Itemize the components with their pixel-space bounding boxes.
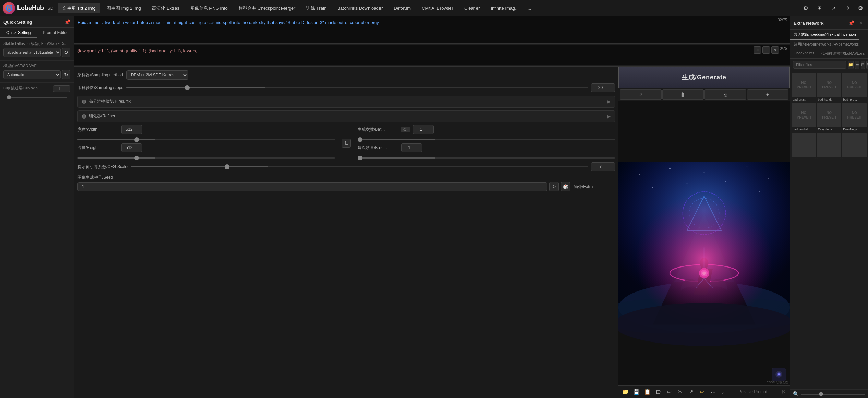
cfg-scale-slider[interactable] <box>131 166 588 167</box>
img-button[interactable]: 🖼 <box>653 387 663 397</box>
nav-tab-extras[interactable]: 高清化 Extras <box>147 3 184 13</box>
nav-tab-merger[interactable]: 模型合并 Checkpoint Merger <box>234 3 300 13</box>
vae-select[interactable]: Automatic <box>3 70 61 79</box>
copy-button[interactable]: ⎘ <box>704 89 746 100</box>
copy-prompt-button[interactable]: ⎘ <box>780 388 788 396</box>
filter-refresh-icon[interactable]: ↻ <box>866 61 868 69</box>
positive-prompt-textarea[interactable] <box>74 16 790 44</box>
tab-prompt-editor[interactable]: Prompt Editor <box>37 28 74 38</box>
nav-tab-cleaner[interactable]: Cleaner <box>459 3 485 13</box>
thumb-empty3[interactable] <box>842 133 867 159</box>
sampling-steps-label: 采样步数/Sampling steps <box>77 85 123 91</box>
clipboard-button[interactable]: 📋 <box>642 387 652 397</box>
model-refresh-button[interactable]: ↻ <box>62 48 70 57</box>
watermark: CSDN @改女医 <box>767 380 788 385</box>
right-pin-icon[interactable]: 📌 <box>847 19 855 27</box>
folder-button[interactable]: 📁 <box>620 387 630 397</box>
filter-input[interactable] <box>793 61 846 69</box>
thumb-bad-artist-preview: NOPREVEH <box>792 73 816 97</box>
gear-icon[interactable]: ⚙ <box>801 3 810 13</box>
pin-icon[interactable]: 📌 <box>64 19 70 25</box>
right-header: Extra Network 📌 ✕ <box>790 16 868 30</box>
seed-input[interactable] <box>77 182 547 191</box>
nav-tab-deforum[interactable]: Deforum <box>389 3 415 13</box>
cfg-scale-input[interactable] <box>591 162 615 171</box>
vae-section: 模型的VAE/SD VAE Automatic ↻ <box>0 60 74 82</box>
zoom-minus-icon[interactable]: 🔍 <box>793 391 799 397</box>
negative-prompt-counter: 0/75 <box>780 46 787 50</box>
share-icon[interactable]: ↗ <box>828 3 838 13</box>
sampling-steps-slider[interactable] <box>126 87 588 88</box>
nav-tab-txt2img[interactable]: 文生图 Txt 2 Img <box>58 3 100 13</box>
edit-neg-button[interactable]: ✎ <box>771 46 779 54</box>
bottom-chevron[interactable]: ⌄ <box>719 388 726 396</box>
model-select[interactable]: absolutereality_v181.safetensor <box>3 48 61 57</box>
refiner-toggle[interactable]: 细化器/Refiner ▶ <box>77 110 615 122</box>
clear-neg-button[interactable]: ✕ <box>754 46 761 54</box>
edit-button[interactable]: ✏ <box>664 387 674 397</box>
tab-hypernetworks[interactable]: 超网络(Hypernetworks)/Hypernetworks <box>790 40 862 49</box>
pen-button[interactable]: ✏ <box>697 387 707 397</box>
zip-button[interactable]: ✦ <box>747 89 789 100</box>
moon-icon[interactable]: ☽ <box>842 3 852 13</box>
crop-button[interactable]: ✂ <box>675 387 685 397</box>
filter-grid-icon[interactable]: ⊞ <box>861 61 865 69</box>
clip-input[interactable] <box>53 85 70 92</box>
dice-seed-button[interactable]: 🎲 <box>561 182 570 191</box>
batch-count-slider[interactable] <box>358 139 615 140</box>
filter-folder-icon[interactable]: 📁 <box>848 61 854 69</box>
app-mode: SD <box>47 5 53 11</box>
height-slider[interactable] <box>77 157 335 159</box>
filter-list-icon[interactable]: ☰ <box>855 61 859 69</box>
thumb-bad-artist[interactable]: NOPREVEH bad-artist <box>792 73 816 102</box>
nav-more[interactable]: ... <box>525 4 534 13</box>
sampling-method-label: 采样器/Sampling method <box>77 72 123 78</box>
negative-prompt-textarea[interactable] <box>74 45 790 65</box>
tab-lora[interactable]: 低秩微调模型(LoRA)/Lora <box>818 49 868 58</box>
right-close-icon[interactable]: ✕ <box>857 19 865 27</box>
nav-tab-train[interactable]: 训练 Train <box>301 3 331 13</box>
batch-size-slider[interactable] <box>358 157 615 159</box>
nav-tab-pnginfo[interactable]: 图像信息 PNG Info <box>185 3 232 13</box>
vae-refresh-button[interactable]: ↻ <box>62 70 70 79</box>
settings2-icon[interactable]: ⚙ <box>856 3 865 13</box>
send-to-img2img-button[interactable]: ↗ <box>620 89 662 100</box>
more-button[interactable]: ⋯ <box>708 387 718 397</box>
batch-size-input[interactable] <box>401 143 422 152</box>
width-slider[interactable] <box>77 139 335 140</box>
thumb-bad-pro[interactable]: NOPREVEH bad_pro... <box>842 73 867 102</box>
main-content: Quick Setting 📌 Quick Setting Prompt Edi… <box>0 16 868 398</box>
thumb-badhandv4[interactable]: NOPREVEH badhandv4 <box>792 103 816 132</box>
trash-button[interactable]: 🗑 <box>662 89 704 100</box>
height-input[interactable] <box>121 143 142 152</box>
tab-checkpoints[interactable]: Checkpoints <box>790 49 818 58</box>
thumb-empty1[interactable] <box>792 133 816 159</box>
send-button[interactable]: ↗ <box>686 387 696 397</box>
thumb-bad-hand[interactable]: NOPREVEH bad-hand... <box>817 73 842 102</box>
recycle-seed-button[interactable]: ↻ <box>549 182 559 191</box>
clip-slider[interactable] <box>7 97 67 98</box>
generate-button[interactable]: 生成/Generate <box>618 67 790 88</box>
svg-point-36 <box>778 373 780 375</box>
thumb-easyneg2[interactable]: NOPREVEH EasyNega... <box>842 103 867 132</box>
nav-tab-batchlinks[interactable]: Batchlinks Downloader <box>333 3 387 13</box>
tab-embedding[interactable]: 嵌入式(Embedding)/Textual Inversion <box>790 30 859 40</box>
sampling-method-row: 采样器/Sampling method DPM++ 2M SDE Karras <box>77 70 615 80</box>
width-input[interactable] <box>121 125 142 134</box>
nav-tab-civitai[interactable]: Civit AI Browser <box>417 3 458 13</box>
tab-quick-setting[interactable]: Quick Setting <box>0 28 37 38</box>
batch-count-input[interactable] <box>413 125 434 134</box>
seed-row: ↻ 🎲 额外/Extra <box>77 182 615 191</box>
thumb-empty2[interactable] <box>817 133 842 159</box>
nav-tab-infiniteimg[interactable]: Infinite Imag... <box>486 3 523 13</box>
hires-fix-toggle[interactable]: 高分辨率修复/Hires. fix ▶ <box>77 96 615 108</box>
expand-neg-button[interactable]: ⋯ <box>762 46 770 54</box>
sampling-steps-input[interactable] <box>591 83 615 92</box>
swap-dimensions-button[interactable]: ⇅ <box>342 139 351 148</box>
thumb-easyneg1[interactable]: NOPREVEH EasyNega... <box>817 103 842 132</box>
nav-tab-img2img[interactable]: 图生图 Img 2 Img <box>102 3 146 13</box>
grid-icon[interactable]: ⊞ <box>815 3 824 13</box>
sampling-method-select[interactable]: DPM++ 2M SDE Karras <box>126 70 188 80</box>
save-button[interactable]: 💾 <box>631 387 641 397</box>
zoom-slider[interactable] <box>801 394 865 395</box>
